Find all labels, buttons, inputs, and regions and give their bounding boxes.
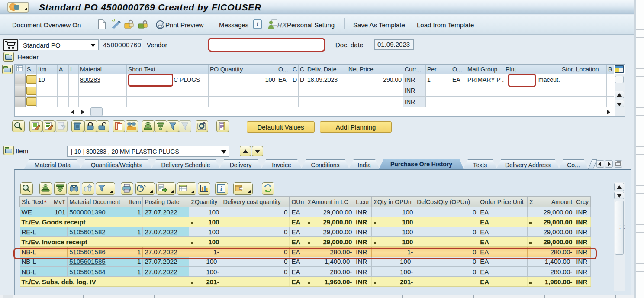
svg-text:i: i [257,21,258,28]
